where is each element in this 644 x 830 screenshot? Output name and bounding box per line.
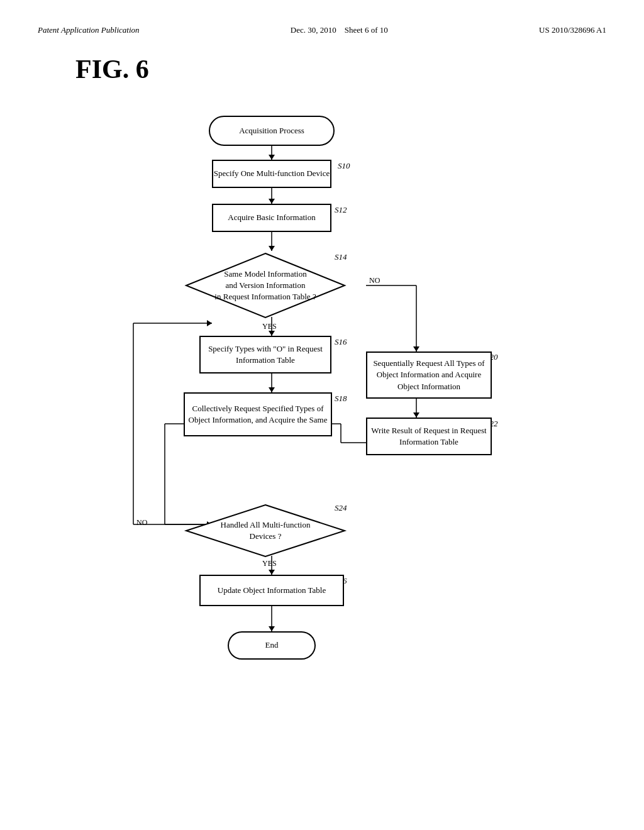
- s14-diamond: Same Model Informationand Version Inform…: [184, 251, 347, 320]
- header-date-sheet: Dec. 30, 2010 Sheet 6 of 10: [291, 25, 388, 35]
- s24-diamond: Handled All Multi-functionDevices ?: [184, 502, 347, 559]
- s12-label: S12: [335, 205, 347, 215]
- header-sheet: Sheet 6 of 10: [345, 25, 388, 35]
- s10-label: S10: [338, 161, 350, 171]
- start-node: Acquisition Process: [209, 116, 335, 146]
- svg-marker-29: [207, 320, 212, 326]
- svg-marker-18: [413, 412, 419, 418]
- svg-marker-25: [269, 626, 275, 631]
- header-publication: Patent Application Publication: [38, 25, 140, 35]
- s16-box: Specify Types with "O" in Request Inform…: [199, 336, 331, 374]
- header-date: Dec. 30, 2010: [291, 25, 336, 35]
- svg-marker-16: [413, 346, 419, 351]
- s24-yes-label: YES: [262, 559, 277, 568]
- page: Patent Application Publication Dec. 30, …: [0, 0, 644, 830]
- s18-box: Collectively Request Specified Types of …: [184, 392, 332, 436]
- svg-marker-5: [269, 246, 275, 251]
- svg-marker-7: [269, 331, 275, 336]
- s12-box: Acquire Basic Information: [212, 204, 331, 232]
- s24-no-label: NO: [136, 518, 147, 528]
- s18-label: S18: [335, 394, 347, 404]
- s14-no-label: NO: [369, 276, 380, 285]
- s16-label: S16: [335, 337, 347, 347]
- end-node: End: [228, 631, 316, 660]
- svg-marker-3: [269, 199, 275, 204]
- s26-box: Update Object Information Table: [199, 575, 344, 606]
- svg-marker-9: [269, 387, 275, 392]
- page-header: Patent Application Publication Dec. 30, …: [38, 25, 606, 35]
- svg-marker-23: [269, 570, 275, 575]
- flowchart: Acquisition Process S10 Specify One Mult…: [102, 103, 542, 763]
- s10-box: Specify One Multi-function Device: [212, 160, 331, 188]
- s20-box: Sequentially Request All Types of Object…: [366, 351, 492, 399]
- svg-marker-1: [269, 155, 275, 160]
- s14-yes-label: YES: [262, 322, 277, 331]
- figure-title: FIG. 6: [75, 54, 606, 84]
- header-patent-number: US 2010/328696 A1: [539, 25, 606, 35]
- s22-box: Write Result of Request in Request Infor…: [366, 418, 492, 455]
